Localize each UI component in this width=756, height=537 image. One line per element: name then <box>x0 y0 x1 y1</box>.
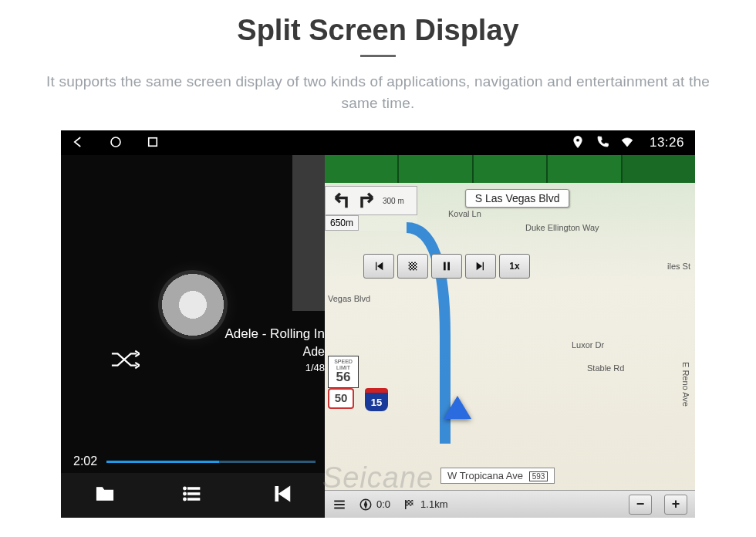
progress-row: 2:02 <box>61 454 325 468</box>
next-turn-distance: 300 m <box>383 197 404 205</box>
menu-icon[interactable] <box>332 498 346 512</box>
cross-street-sign: W Tropicana Ave 593 <box>440 468 555 484</box>
map-label: Vegas Blvd <box>328 294 370 303</box>
lane-arrow <box>623 155 695 183</box>
eta-time: 0:0 <box>359 498 390 512</box>
map-label: iles St <box>667 262 690 271</box>
music-bottom-controls <box>61 473 325 518</box>
lane-arrow <box>325 155 399 183</box>
lane-guidance <box>325 155 695 183</box>
map-label: Koval Ln <box>448 209 481 218</box>
wifi-icon <box>620 135 634 151</box>
phone-icon <box>596 135 609 151</box>
nav-pause-button[interactable] <box>431 254 462 279</box>
lane-arrow <box>399 155 473 183</box>
svg-rect-5 <box>409 262 417 271</box>
svg-rect-9 <box>447 262 450 271</box>
track-index: 1/48 <box>61 362 325 373</box>
clock: 13:26 <box>650 135 684 150</box>
title-underline <box>360 55 396 57</box>
progress-bar[interactable] <box>106 461 316 463</box>
turn-panel: 300 m 650m <box>325 186 417 231</box>
svg-point-3 <box>184 492 187 495</box>
current-street-sign: S Las Vegas Blvd <box>465 189 570 208</box>
svg-point-4 <box>184 498 187 501</box>
svg-rect-12 <box>405 500 407 509</box>
page-subtitle: It supports the same screen display of t… <box>31 71 725 113</box>
interstate-shield: 15 <box>365 388 388 411</box>
highway-sign: 50 <box>328 388 354 409</box>
zoom-in-button[interactable]: + <box>664 495 687 515</box>
lane-arrow <box>548 155 622 183</box>
turn-right-icon <box>356 190 378 211</box>
svg-rect-11 <box>405 500 413 506</box>
elapsed-time: 2:02 <box>73 454 97 468</box>
svg-rect-8 <box>444 262 446 271</box>
svg-point-2 <box>184 487 187 490</box>
page-title: Split Screen Display <box>0 14 756 47</box>
zoom-out-button[interactable]: − <box>629 495 652 515</box>
folder-icon[interactable] <box>92 483 118 508</box>
compass-icon <box>359 498 373 512</box>
turn-distance: 650m <box>325 215 359 231</box>
nav-speed-button[interactable]: 1x <box>499 254 530 279</box>
lane-arrow <box>474 155 548 183</box>
svg-point-0 <box>111 137 120 147</box>
vehicle-position-icon <box>444 396 471 419</box>
turn-left-icon <box>330 190 352 211</box>
playlist-icon[interactable] <box>180 483 206 508</box>
nav-bottombar: 0:0 1.1km − + <box>325 490 695 518</box>
nav-flag-button[interactable] <box>397 254 428 279</box>
speed-limit-sign: SPEED LIMIT 56 <box>328 356 359 388</box>
back-icon[interactable] <box>72 135 86 151</box>
previous-track-icon[interactable] <box>268 483 294 508</box>
home-icon[interactable] <box>109 135 123 151</box>
location-icon <box>571 135 585 151</box>
track-title: Adele - Rolling In <box>61 326 325 342</box>
track-meta: Adele - Rolling In Ade 1/48 <box>61 326 325 373</box>
nav-prev-button[interactable] <box>363 254 394 279</box>
overview-icon[interactable] <box>146 135 160 151</box>
map-label: E Reno Ave <box>681 362 690 407</box>
flag-icon <box>403 498 417 512</box>
track-artist: Ade <box>61 345 325 359</box>
nav-next-button[interactable] <box>465 254 496 279</box>
music-pane: Adele - Rolling In Ade 1/48 2:02 <box>61 155 325 518</box>
map-label: Stable Rd <box>587 363 624 373</box>
remaining-distance: 1.1km <box>403 498 447 512</box>
android-statusbar: 13:26 <box>61 130 695 155</box>
nav-playback-controls: 1x <box>363 254 530 279</box>
device-frame: 13:26 Adele - Rolling In Ade 1/48 <box>61 130 695 518</box>
map-label: Luxor Dr <box>572 340 604 350</box>
navigation-pane[interactable]: S Las Vegas Blvd 300 m 650m 1x <box>325 155 695 518</box>
map-label: Duke Ellington Way <box>525 223 599 232</box>
svg-rect-1 <box>149 137 157 146</box>
